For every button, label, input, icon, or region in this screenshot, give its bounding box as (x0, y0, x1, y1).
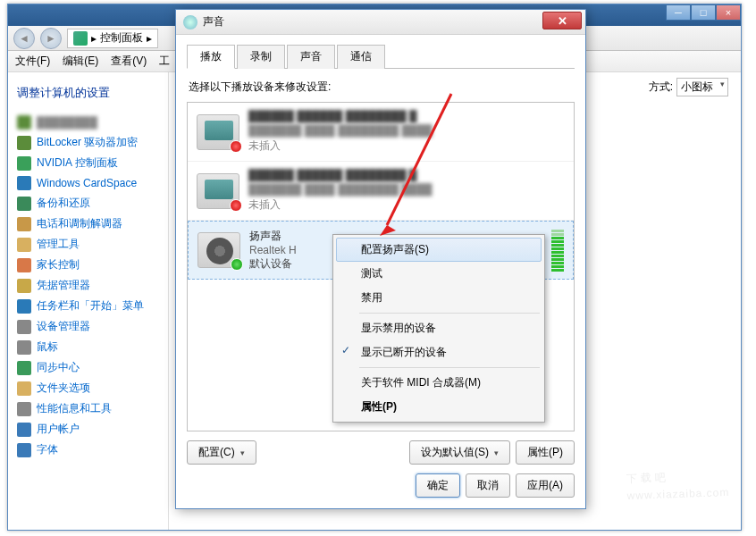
item-label: 同步中心 (37, 360, 80, 375)
cancel-button[interactable]: 取消 (466, 473, 510, 498)
sidebar-item[interactable]: Windows CardSpace (17, 176, 159, 190)
sidebar-item[interactable]: 备份和还原 (17, 196, 159, 211)
menu-file[interactable]: 文件(F) (15, 54, 50, 69)
menu-separator (359, 367, 540, 368)
item-label: 鼠标 (37, 339, 58, 355)
menu-view[interactable]: 查看(V) (111, 54, 147, 69)
view-label: 方式: (649, 80, 673, 95)
properties-button[interactable]: 属性(P) (516, 440, 575, 465)
menu-label: 显示已断开的设备 (361, 346, 447, 358)
item-icon (17, 320, 31, 334)
sidebar-item[interactable]: 管理工具 (17, 237, 159, 252)
menu-tools[interactable]: 工 (159, 54, 170, 69)
menu-properties[interactable]: 属性(P) (336, 395, 542, 419)
tab-playback[interactable]: 播放 (187, 45, 235, 69)
item-icon (17, 217, 31, 231)
ok-button[interactable]: 确定 (416, 473, 460, 498)
close-button[interactable]: × (716, 4, 741, 21)
item-icon (17, 340, 31, 355)
sidebar-item[interactable]: 鼠标 (17, 339, 159, 355)
close-icon[interactable]: ✕ (542, 12, 582, 29)
vu-meter (551, 229, 564, 272)
item-label: NVIDIA 控制面板 (37, 155, 118, 171)
item-icon (17, 361, 31, 375)
item-label: 设备管理器 (37, 319, 90, 334)
back-button[interactable]: ◄ (13, 28, 35, 49)
sidebar-item[interactable]: BitLocker 驱动器加密 (17, 135, 159, 150)
breadcrumb-label: 控制面板 (100, 30, 143, 46)
sidebar-item[interactable]: 文件夹选项 (17, 381, 159, 396)
view-style: 方式: 小图标 (649, 78, 728, 96)
dialog-titlebar[interactable]: 声音 ✕ (176, 10, 585, 35)
minimize-button[interactable]: ─ (666, 4, 691, 21)
unplugged-badge (230, 140, 242, 153)
item-label: BitLocker 驱动器加密 (37, 135, 138, 150)
item-label: 文件夹选项 (37, 381, 90, 396)
menu-about-midi[interactable]: 关于软件 MIDI 合成器(M) (336, 371, 542, 395)
instruction-text: 选择以下播放设备来修改设置: (189, 80, 573, 95)
tab-sounds[interactable]: 声音 (287, 45, 335, 69)
monitor-icon (197, 173, 239, 209)
item-icon (17, 258, 31, 272)
check-icon: ✓ (341, 344, 350, 356)
item-label: 备份和还原 (37, 196, 90, 211)
device-status: 未插入 (248, 138, 565, 154)
item-label: 字体 (37, 442, 58, 457)
device-status: 未插入 (248, 197, 565, 213)
item-icon (17, 381, 31, 396)
sidebar-item[interactable]: 同步中心 (17, 360, 159, 375)
menu-show-disabled[interactable]: 显示禁用的设备 (336, 316, 542, 340)
item-label: 管理工具 (37, 237, 80, 252)
control-panel-icon (73, 31, 88, 46)
monitor-icon (197, 114, 239, 150)
device-name: ██████ ██████ ████████ █ (248, 169, 565, 181)
breadcrumb[interactable]: ▸ 控制面板 ▸ (67, 29, 158, 48)
item-icon (17, 402, 31, 416)
dialog-title: 声音 (203, 14, 224, 29)
view-combo[interactable]: 小图标 (676, 78, 728, 96)
item-icon (17, 299, 31, 314)
tab-communications[interactable]: 通信 (337, 45, 385, 69)
sidebar-item[interactable]: 用户帐户 (17, 422, 159, 437)
item-icon (17, 279, 31, 293)
sidebar-item[interactable]: 电话和调制解调器 (17, 216, 159, 231)
sidebar-item[interactable]: 设备管理器 (17, 319, 159, 334)
page-title: 调整计算机的设置 (17, 85, 159, 101)
maximize-button[interactable]: □ (691, 4, 716, 21)
context-menu: 配置扬声器(S) 测试 禁用 显示禁用的设备 ✓显示已断开的设备 关于软件 MI… (332, 234, 545, 423)
device-driver: ███████ ████ ████████ ████ (248, 183, 565, 196)
sidebar-item[interactable]: ████████ (17, 115, 159, 130)
menu-test[interactable]: 测试 (336, 262, 542, 286)
item-label: 性能信息和工具 (37, 401, 112, 416)
default-badge (231, 258, 243, 271)
device-driver: ███████ ████ ████████ ████ (248, 124, 565, 137)
tab-strip: 播放 录制 声音 通信 (187, 44, 575, 69)
unplugged-badge (230, 199, 242, 212)
configure-button[interactable]: 配置(C) (187, 440, 256, 465)
sidebar-item[interactable]: 任务栏和「开始」菜单 (17, 298, 159, 314)
menu-configure-speakers[interactable]: 配置扬声器(S) (336, 238, 542, 262)
item-icon (17, 423, 31, 437)
item-icon (17, 443, 31, 457)
item-label: Windows CardSpace (37, 177, 137, 189)
menu-disable[interactable]: 禁用 (336, 286, 542, 310)
apply-button[interactable]: 应用(A) (516, 473, 575, 498)
sidebar-item[interactable]: 家长控制 (17, 257, 159, 272)
device-row[interactable]: ██████ ██████ ████████ █ ███████ ████ ██… (188, 103, 574, 162)
sidebar: 调整计算机的设置 ████████ BitLocker 驱动器加密NVIDIA … (8, 72, 169, 530)
sidebar-item[interactable]: 性能信息和工具 (17, 401, 159, 416)
tab-recording[interactable]: 录制 (237, 45, 285, 69)
menu-show-disconnected[interactable]: ✓显示已断开的设备 (336, 340, 542, 364)
item-label: 家长控制 (37, 257, 80, 272)
sidebar-item[interactable]: NVIDIA 控制面板 (17, 155, 159, 171)
forward-button[interactable]: ► (40, 28, 62, 49)
device-row[interactable]: ██████ ██████ ████████ █ ███████ ████ ██… (188, 162, 574, 221)
watermark: 下载吧 www.xiazaiba.com (626, 453, 729, 502)
sidebar-item[interactable]: 凭据管理器 (17, 278, 159, 293)
item-icon (17, 197, 31, 211)
set-default-button[interactable]: 设为默认值(S) (409, 440, 510, 465)
menu-edit[interactable]: 编辑(E) (63, 54, 98, 69)
sidebar-item[interactable]: 字体 (17, 442, 159, 457)
item-label: 用户帐户 (37, 422, 80, 437)
item-label: 电话和调制解调器 (37, 216, 122, 231)
